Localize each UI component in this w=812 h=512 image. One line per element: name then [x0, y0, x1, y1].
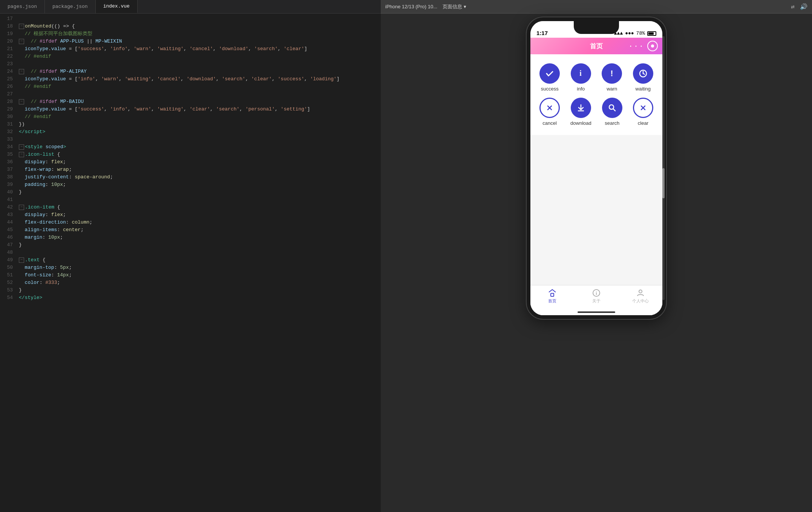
nav-bar: 首页 ···	[530, 38, 662, 54]
icon-item-info[interactable]: i info	[571, 63, 591, 92]
nav-more-button[interactable]: ···	[628, 42, 644, 51]
icon-label-warn: warn	[607, 86, 617, 92]
battery-percent: 78%	[636, 31, 645, 36]
tab-index-vue[interactable]: index.vue	[96, 0, 138, 13]
icon-item-warn[interactable]: ! warn	[602, 63, 622, 92]
svg-text:i: i	[596, 291, 597, 296]
search-icon	[607, 103, 617, 113]
status-icons: ▲▲▲ ●●● 78%	[614, 31, 656, 36]
scrollbar-track[interactable]	[662, 36, 665, 300]
icon-item-clear[interactable]: clear	[633, 98, 653, 126]
svg-text:i: i	[579, 69, 582, 77]
signal-icon: ●●●	[625, 31, 634, 36]
icon-grid: success i info	[530, 54, 662, 135]
svg-point-16	[639, 290, 642, 293]
device-rotate-icon[interactable]: ⇄	[791, 3, 795, 11]
warn-icon: !	[607, 68, 617, 79]
info-icon: i	[576, 68, 586, 79]
profile-tab-icon	[636, 288, 645, 297]
icon-label-clear: clear	[638, 120, 648, 126]
about-tab-label: 关于	[592, 298, 601, 304]
code-lines: −onMounted(() => { // 根据不同平台加载图标类型− // #…	[16, 14, 381, 512]
icon-circle-cancel	[539, 98, 560, 118]
icon-label-waiting: waiting	[636, 86, 651, 92]
icon-circle-warn: !	[602, 63, 622, 84]
nav-record-dot	[651, 44, 654, 48]
icon-item-download[interactable]: download	[570, 98, 591, 126]
page-info-button[interactable]: 页面信息 ▾	[443, 3, 466, 10]
profile-tab-label: 个人中心	[632, 298, 649, 304]
icon-circle-info: i	[571, 63, 591, 84]
tab-pages-json[interactable]: pages.json	[0, 0, 45, 13]
svg-line-4	[643, 74, 645, 74]
phone-screen: 首页 ··· success	[530, 38, 662, 315]
editor-panel: pages.json package.json index.vue 171819…	[0, 0, 381, 512]
waiting-icon	[638, 68, 648, 79]
svg-line-10	[613, 109, 615, 111]
bottom-tab-profile[interactable]: 个人中心	[618, 288, 662, 304]
clear-icon	[638, 103, 648, 113]
icon-label-search: search	[605, 120, 619, 126]
download-icon	[576, 103, 586, 113]
icon-item-search[interactable]: search	[602, 98, 622, 126]
tab-bar: pages.json package.json index.vue	[0, 0, 381, 14]
battery-fill	[648, 32, 654, 35]
icon-item-success[interactable]: success	[539, 63, 560, 92]
home-tab-icon	[548, 288, 557, 297]
nav-record-button[interactable]	[647, 41, 658, 51]
home-tab-label: 首页	[548, 298, 556, 304]
icon-label-download: download	[570, 120, 591, 126]
device-panel: iPhone 12/13 (Pro) 10... 页面信息 ▾ ⇄ 🔊 1:17…	[381, 0, 812, 512]
icon-circle-search	[602, 98, 622, 118]
icon-label-cancel: cancel	[542, 120, 557, 126]
icon-circle-waiting	[633, 63, 653, 84]
nav-title: 首页	[590, 42, 603, 51]
tab-package-json[interactable]: package.json	[45, 0, 96, 13]
line-numbers: 1718192021222324252627282930313233343536…	[0, 14, 16, 512]
svg-text:!: !	[611, 69, 613, 78]
bottom-tab-bar: 首页 i 关于 个人中心	[530, 285, 662, 315]
device-volume-icon[interactable]: 🔊	[800, 3, 807, 11]
icon-label-success: success	[541, 86, 559, 92]
battery-icon	[647, 31, 656, 36]
bottom-tab-home[interactable]: 首页	[530, 288, 575, 304]
phone-frame-wrapper: 1:17 ▲▲▲ ●●● 78% 首页 ···	[527, 14, 666, 512]
home-indicator	[578, 311, 615, 313]
success-icon	[544, 68, 555, 79]
icon-label-info: info	[577, 86, 585, 92]
icon-item-cancel[interactable]: cancel	[539, 98, 560, 126]
toolbar-icons: ⇄ 🔊	[791, 3, 807, 11]
icon-circle-success	[539, 63, 560, 84]
svg-rect-13	[551, 293, 554, 296]
cancel-icon	[544, 103, 555, 113]
icon-circle-clear	[633, 98, 653, 118]
code-area: 1718192021222324252627282930313233343536…	[0, 14, 381, 512]
device-name: iPhone 12/13 (Pro) 10...	[385, 4, 437, 9]
phone-notch	[574, 21, 619, 34]
icon-item-waiting[interactable]: waiting	[633, 63, 653, 92]
status-time: 1:17	[536, 30, 548, 36]
bottom-tab-about[interactable]: i 关于	[575, 288, 619, 304]
about-tab-icon: i	[592, 288, 601, 297]
phone-frame: 1:17 ▲▲▲ ●●● 78% 首页 ···	[527, 17, 666, 319]
device-toolbar: iPhone 12/13 (Pro) 10... 页面信息 ▾ ⇄ 🔊	[381, 0, 812, 14]
scrollbar-thumb[interactable]	[662, 168, 665, 198]
icon-circle-download	[571, 98, 591, 118]
